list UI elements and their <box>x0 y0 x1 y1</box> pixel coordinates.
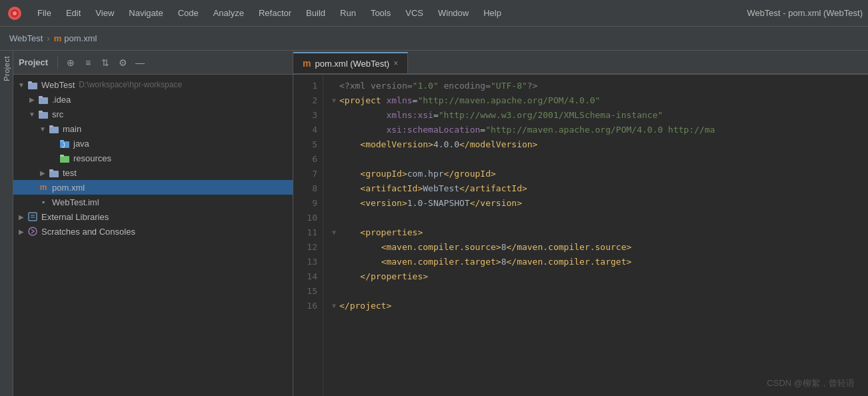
line-num-13: 13 <box>293 255 323 269</box>
code-text-3: xmlns:xsi="http://www.w3.org/2001/XMLSch… <box>339 108 863 123</box>
code-text-11: <properties> <box>339 225 863 240</box>
code-line-16: ▼ </project> <box>329 299 863 313</box>
tree-item-webtest[interactable]: ▼ WebTest D:\workspace\hpr-workspace <box>13 77 293 92</box>
line-num-4: 4 <box>293 123 323 137</box>
line-num-2: 2 <box>293 93 323 108</box>
code-text-12: <maven.compiler.source>8</maven.compiler… <box>339 240 863 255</box>
tree-item-java[interactable]: J java <box>13 136 293 151</box>
tree-item-scratches[interactable]: ▶ Scratches and Consoles <box>13 224 293 239</box>
tree-item-pom-xml[interactable]: m pom.xml <box>13 180 293 195</box>
main-layout: Project Project ⊕ ≡ ⇅ ⚙ — ▼ WebTest D:\w… <box>0 51 868 396</box>
line-num-5: 5 <box>293 137 323 152</box>
tree-arrow-extlib: ▶ <box>16 213 27 221</box>
svg-rect-5 <box>39 97 48 104</box>
code-line-1: <?xml version="1.0" encoding="UTF-8"?> <box>329 79 863 93</box>
menu-analyze[interactable]: Analyze <box>207 5 251 21</box>
folder-icon-idea <box>37 93 49 105</box>
code-text-16: </project> <box>339 299 863 313</box>
code-text-6 <box>339 152 863 167</box>
tree-arrow-src: ▼ <box>27 111 37 118</box>
menu-bar: File Edit View Navigate Code Analyze Ref… <box>0 0 868 27</box>
code-line-8: <artifactId>WebTest</artifactId> <box>329 181 863 196</box>
fold-icon-11[interactable]: ▼ <box>329 225 339 240</box>
svg-rect-16 <box>49 171 59 177</box>
pom-xml-icon: m <box>37 181 49 193</box>
settings-icon[interactable]: ⚙ <box>117 57 129 69</box>
tree-label-scratches: Scratches and Consoles <box>41 227 135 237</box>
tree-label-resources: resources <box>73 153 111 163</box>
tree-label-external-libraries: External Libraries <box>41 212 109 222</box>
line-num-16: 16 <box>293 299 323 313</box>
menu-vcs[interactable]: VCS <box>399 5 430 21</box>
menu-file[interactable]: File <box>31 5 58 21</box>
collapse-icon[interactable]: ⇅ <box>99 57 111 69</box>
tree-item-src[interactable]: ▼ src <box>13 107 293 121</box>
tree-item-main[interactable]: ▼ main <box>13 121 293 136</box>
line-num-9: 9 <box>293 196 323 211</box>
tree-item-test[interactable]: ▶ test <box>13 165 293 180</box>
menu-build[interactable]: Build <box>299 5 332 21</box>
tree-item-resources[interactable]: resources <box>13 151 293 165</box>
line-num-11: 11 <box>293 225 323 240</box>
line-num-12: 12 <box>293 240 323 255</box>
folder-icon-test <box>48 167 60 179</box>
menu-refactor[interactable]: Refactor <box>252 5 298 21</box>
svg-rect-14 <box>60 156 69 163</box>
app-logo <box>5 4 24 23</box>
tree-item-external-libraries[interactable]: ▶ External Libraries <box>13 209 293 224</box>
svg-rect-8 <box>39 111 43 113</box>
menu-edit[interactable]: Edit <box>59 5 87 21</box>
hide-icon[interactable]: — <box>134 57 146 69</box>
fold-icon-2[interactable]: ▼ <box>329 93 339 108</box>
menu-tools[interactable]: Tools <box>364 5 397 21</box>
flatten-icon[interactable]: ≡ <box>82 57 94 69</box>
resources-folder-icon <box>59 152 71 164</box>
menu-code[interactable]: Code <box>171 5 205 21</box>
code-line-15 <box>329 284 863 299</box>
svg-rect-17 <box>49 169 53 171</box>
menu-help[interactable]: Help <box>477 5 508 21</box>
tab-filename: pom.xml (WebTest) <box>315 59 389 69</box>
tab-pom-xml[interactable]: m pom.xml (WebTest) × <box>293 52 408 73</box>
code-text-5: <modelVersion>4.0.0</modelVersion> <box>339 137 863 152</box>
svg-rect-10 <box>49 125 53 127</box>
code-line-9: <version>1.0-SNAPSHOT</version> <box>329 196 863 211</box>
menu-window[interactable]: Window <box>431 5 475 21</box>
tree-item-idea[interactable]: ▶ .idea <box>13 92 293 107</box>
svg-rect-12 <box>60 140 64 142</box>
breadcrumb: WebTest › m pom.xml <box>0 27 868 51</box>
side-tab: Project <box>0 51 13 396</box>
code-line-10 <box>329 211 863 225</box>
tree-label-java: java <box>73 139 89 149</box>
side-tab-project-label[interactable]: Project <box>0 51 13 87</box>
code-line-6 <box>329 152 863 167</box>
svg-rect-4 <box>28 81 32 83</box>
code-text-7: <groupId>com.hpr</groupId> <box>339 167 863 181</box>
fold-icon-16[interactable]: ▼ <box>329 299 339 313</box>
tree-item-webtest-iml[interactable]: ▪ WebTest.iml <box>13 195 293 209</box>
tab-close-button[interactable]: × <box>393 59 398 68</box>
tab-m-icon: m <box>303 58 311 69</box>
svg-rect-3 <box>28 83 37 89</box>
breadcrumb-separator: › <box>47 33 49 43</box>
editor-area: m pom.xml (WebTest) × 1 2 3 4 5 6 7 8 9 … <box>293 51 868 396</box>
tree-label-iml: WebTest.iml <box>52 197 99 207</box>
add-icon[interactable]: ⊕ <box>65 57 77 69</box>
code-text-13: <maven.compiler.target>8</maven.compiler… <box>339 255 863 269</box>
code-content[interactable]: <?xml version="1.0" encoding="UTF-8"?> ▼… <box>323 75 868 396</box>
svg-point-2 <box>13 11 17 15</box>
app-title: WebTest - pom.xml (WebTest) <box>747 8 863 18</box>
code-text-4: xsi:schemaLocation="http://maven.apache.… <box>339 123 863 137</box>
tree-path-webtest: D:\workspace\hpr-workspace <box>79 80 182 89</box>
breadcrumb-file[interactable]: pom.xml <box>64 33 97 43</box>
tree-label-webtest: WebTest <box>41 80 75 90</box>
menu-navigate[interactable]: Navigate <box>122 5 169 21</box>
code-line-7: <groupId>com.hpr</groupId> <box>329 167 863 181</box>
iml-file-icon: ▪ <box>37 196 49 208</box>
breadcrumb-m-icon: m <box>54 33 62 43</box>
breadcrumb-project[interactable]: WebTest <box>9 33 43 43</box>
menu-run[interactable]: Run <box>333 5 363 21</box>
line-num-15: 15 <box>293 284 323 299</box>
menu-view[interactable]: View <box>89 5 121 21</box>
panel-title: Project <box>19 57 48 67</box>
